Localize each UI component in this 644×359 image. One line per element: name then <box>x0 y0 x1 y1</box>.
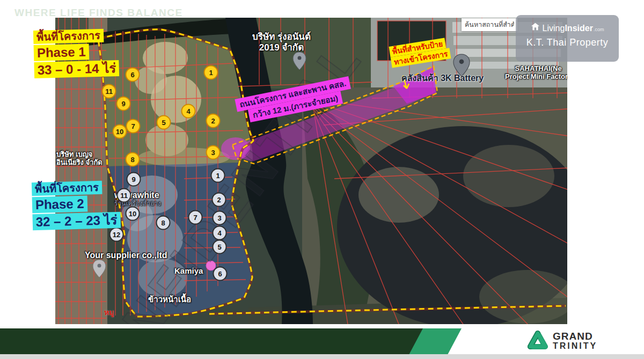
phase1-label: พื้นที่โครงการ Phase 1 33 – 0 - 14 ไร่ <box>33 28 120 78</box>
phase1-plot-marker-7: 7 <box>126 119 141 134</box>
triangle-logo-icon <box>527 329 548 352</box>
map-label-left-company: บริษัท เบญจอินเนียริง จำกัด <box>56 151 103 167</box>
footer-bottom-strip <box>0 354 644 359</box>
phase2-plot-marker-8: 8 <box>156 216 171 230</box>
phase2-name: Phase 2 <box>32 195 87 213</box>
phase2-plot-marker-5: 5 <box>213 240 227 254</box>
phase2-plot-marker-9: 9 <box>127 172 141 187</box>
map-label-warehouse-3k-battery: คลังสินค้า 3K Battery <box>401 74 484 83</box>
phase2-plot-marker-1: 1 <box>211 168 225 183</box>
credit-company-name: K.T. Thai Property <box>516 37 619 48</box>
phase2-label: พื้นที่โครงการ Phase 2 32 – 2 – 23 ไร่ <box>32 180 121 230</box>
logo-tld-text: .com <box>594 27 604 32</box>
map-terrain <box>55 18 567 324</box>
logo-living-text: Living <box>543 24 565 33</box>
footer-tagline: WHERE LIFE FINDS BALANCE <box>14 0 183 26</box>
phase2-area: 32 – 2 – 23 ไร่ <box>32 212 120 230</box>
phase2-plot-marker-2: 2 <box>212 193 226 207</box>
phase1-plot-marker-6: 6 <box>126 68 140 82</box>
map-label-your-supplier: Your supplier co.,ltd <box>85 251 167 260</box>
phase2-title: พื้นที่โครงการ <box>32 181 102 196</box>
house-icon <box>531 22 540 31</box>
logo-line1: GRAND <box>553 331 597 342</box>
bridge-overlay <box>221 137 250 160</box>
phase1-plot-marker-5: 5 <box>157 115 171 130</box>
map-label-company-rung-anan: บริษัท รุ่งอนันต์2019 จำกัด <box>252 32 311 53</box>
phase1-plot-marker-1: 1 <box>204 65 218 80</box>
phase1-name: Phase 1 <box>34 43 89 61</box>
search-input[interactable] <box>462 18 517 31</box>
phase1-plot-marker-11: 11 <box>102 84 116 99</box>
phase1-plot-marker-10: 10 <box>113 124 127 139</box>
logo-line2: TRINITY <box>553 342 597 351</box>
map-label-moo: หมู <box>104 308 114 317</box>
phase1-plot-marker-4: 4 <box>181 104 196 119</box>
credit-box: Living Insider .com K.T. Thai Property <box>516 15 619 62</box>
phase1-title: พื้นที่โครงการ <box>33 29 104 44</box>
phase2-plot-marker-7: 7 <box>188 210 203 225</box>
footer-bar <box>0 328 429 354</box>
living-insider-logo: Living Insider .com <box>516 22 619 33</box>
map-label-kamiya: Kamiya <box>174 266 203 275</box>
grand-trinity-logo: GRAND TRINITY <box>527 329 597 352</box>
phase2-plot-marker-4: 4 <box>213 226 227 240</box>
satellite-map: CONFIDENTIAL บริษัท รุ่งอนันต์2019 จำกัด… <box>55 18 567 324</box>
phase1-plot-marker-3: 3 <box>206 145 221 160</box>
phase2-plot-marker-3: 3 <box>213 211 227 225</box>
presentation-slide: CONFIDENTIAL บริษัท รุ่งอนันต์2019 จำกัด… <box>0 0 644 359</box>
phase1-plot-marker-2: 2 <box>206 114 221 128</box>
map-label-sahathai-factory: SAHATHAI(NeProject Mini Factory <box>505 65 567 81</box>
grand-trinity-wordmark: GRAND TRINITY <box>553 331 597 351</box>
phase1-plot-marker-9: 9 <box>116 97 131 111</box>
logo-insider-text: Insider <box>565 24 592 33</box>
phase2-plot-marker-12: 12 <box>109 228 124 242</box>
phase1-area: 33 – 0 - 14 ไร่ <box>34 60 119 78</box>
phase1-plot-marker-8: 8 <box>126 152 140 167</box>
phase2-plot-marker-10: 10 <box>126 207 140 221</box>
phase2-plot-marker-6: 6 <box>213 267 228 281</box>
map-label-rice-shop: ข้าวหน้าเนื้อ <box>148 295 191 304</box>
